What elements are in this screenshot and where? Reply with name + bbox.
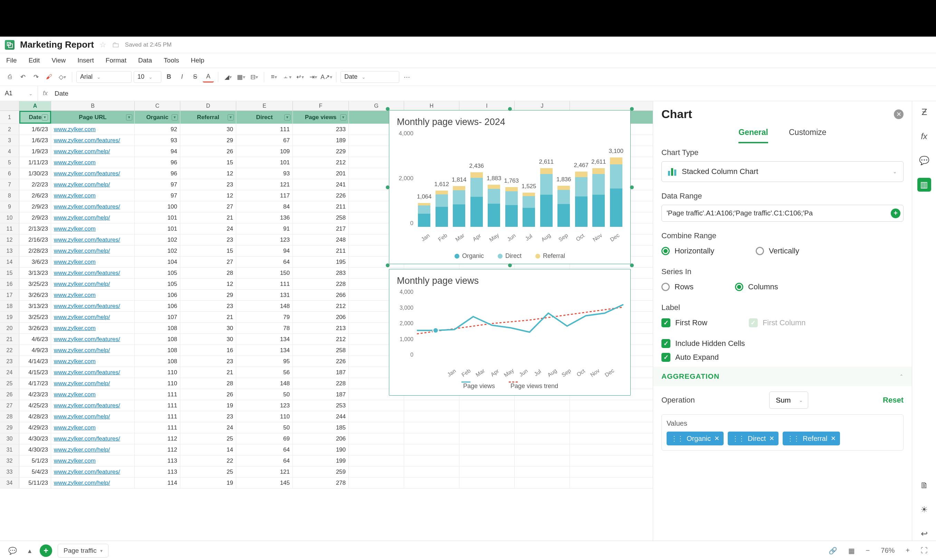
col-header-I[interactable]: I (459, 101, 515, 111)
collapse-icon[interactable]: ⌃ (899, 374, 904, 379)
check-first-row[interactable]: ✓First Row (661, 318, 707, 327)
chat-icon[interactable]: 💬 (6, 546, 20, 555)
table-row[interactable]: 345/11/23www.zylker.com/help/11419145278 (0, 477, 653, 489)
filter-icon[interactable]: ▾ (42, 114, 48, 120)
radio-vertically[interactable]: Vertically (756, 246, 799, 255)
zoom-in-button[interactable]: + (903, 546, 913, 554)
add-sheet-button[interactable]: + (40, 545, 52, 557)
filter-icon[interactable]: ▾ (340, 114, 346, 120)
zoom-level[interactable]: 76% (878, 546, 898, 554)
bold-icon[interactable]: B (163, 71, 174, 83)
col-header-F[interactable]: F (293, 101, 349, 111)
chart-line[interactable]: Monthly page views 4,0003,0002,0001,0000… (389, 269, 631, 395)
col-header-C[interactable]: C (135, 101, 180, 111)
wrap-icon[interactable]: ↵▾ (295, 71, 306, 83)
sheet-tab[interactable]: Page traffic▾ (58, 544, 108, 558)
zia-icon[interactable]: Ƶ (918, 105, 931, 119)
formula-input[interactable]: Date (52, 90, 68, 97)
col-header-J[interactable]: J (515, 101, 570, 111)
col-header-E[interactable]: E (236, 101, 293, 111)
filter-icon[interactable]: ▾ (228, 114, 234, 120)
reset-button[interactable]: Reset (883, 395, 904, 405)
halign-icon[interactable]: ≡▾ (268, 71, 279, 83)
print-icon[interactable]: ⎙ (4, 71, 15, 83)
filter-icon[interactable]: ▾ (284, 114, 291, 120)
zoom-out-button[interactable]: − (863, 546, 873, 554)
table-row[interactable]: 304/30/23www.zylker.com/features/1122569… (0, 433, 653, 445)
folder-icon[interactable]: 🗀 (112, 40, 120, 49)
radio-horizontally[interactable]: Horizontally (661, 246, 714, 255)
tab-customize[interactable]: Customize (789, 128, 827, 143)
menu-help[interactable]: Help (191, 57, 204, 64)
menu-format[interactable]: Format (106, 57, 126, 64)
tab-general[interactable]: General (739, 128, 768, 143)
header-cell[interactable]: Direct▾ (236, 111, 293, 124)
text-direction-icon[interactable]: A↗▾ (321, 71, 332, 83)
table-row[interactable]: 274/25/23www.zylker.com/features/1111912… (0, 400, 653, 411)
fill-color-icon[interactable]: ◢▾ (222, 71, 234, 83)
col-header-H[interactable]: H (404, 101, 459, 111)
chip-referral[interactable]: ⋮⋮Referral✕ (783, 432, 840, 445)
chart-stacked-column[interactable]: Monthly page views- 2024 4,0002,0000 1,0… (389, 110, 631, 264)
more-formats-icon[interactable]: ⋯ (401, 71, 413, 83)
text-color-icon[interactable]: A (203, 71, 214, 83)
col-header-D[interactable]: D (180, 101, 236, 111)
header-cell[interactable]: Page URL▾ (51, 111, 135, 124)
operation-select[interactable]: Sum⌄ (769, 392, 808, 409)
chip-direct[interactable]: ⋮⋮Direct✕ (728, 432, 779, 445)
col-header-B[interactable]: B (51, 101, 135, 111)
borders-icon[interactable]: ▦▾ (236, 71, 246, 83)
menu-insert[interactable]: Insert (77, 57, 94, 64)
remove-chip-icon[interactable]: ✕ (714, 435, 719, 442)
fx-rail-icon[interactable]: fx (918, 129, 931, 143)
spreadsheet-grid[interactable]: A B C D E F G H I J 1Date▾Page URL▾Organ… (0, 101, 653, 541)
menu-file[interactable]: File (6, 57, 17, 64)
close-panel-icon[interactable]: ✕ (894, 109, 904, 119)
check-auto-expand[interactable]: ✓Auto Expand (661, 353, 904, 362)
clear-format-icon[interactable]: ◇▾ (57, 71, 68, 83)
document-title[interactable]: Marketing Report (20, 39, 94, 50)
filter-icon[interactable]: ▾ (172, 114, 178, 120)
sheets-menu-icon[interactable]: ▴ (25, 546, 34, 555)
link-icon[interactable]: 🔗 (826, 546, 840, 555)
feedback-icon[interactable]: ↩ (918, 527, 931, 541)
col-header-A[interactable]: A (19, 101, 51, 111)
menu-edit[interactable]: Edit (29, 57, 40, 64)
cell-reference-select[interactable]: A1⌄ (0, 86, 38, 101)
header-cell[interactable]: Organic▾ (135, 111, 180, 124)
menu-data[interactable]: Data (138, 57, 152, 64)
header-cell[interactable]: Date▾ (19, 111, 51, 124)
radio-rows[interactable]: Rows (661, 282, 694, 291)
table-row[interactable]: 294/29/23www.zylker.com1112450185 (0, 422, 653, 433)
menu-view[interactable]: View (51, 57, 66, 64)
chart-type-select[interactable]: Stacked Column Chart ⌄ (661, 161, 904, 182)
header-cell[interactable]: Page views▾ (293, 111, 349, 124)
table-row[interactable]: 284/28/23www.zylker.com/help/11123110244 (0, 411, 653, 422)
chart-rail-icon[interactable]: ▥ (918, 178, 931, 192)
menu-tools[interactable]: Tools (164, 57, 179, 64)
filter-icon[interactable]: ▾ (126, 114, 132, 120)
remove-chip-icon[interactable]: ✕ (831, 435, 836, 442)
col-header-G[interactable]: G (349, 101, 404, 111)
paint-format-icon[interactable]: 🖌 (43, 71, 55, 83)
strikethrough-icon[interactable]: S (189, 71, 201, 83)
table-row[interactable]: 335/4/23www.zylker.com/features/11325121… (0, 466, 653, 477)
valign-icon[interactable]: ⫠▾ (282, 71, 292, 83)
form-icon[interactable]: 🗎 (918, 478, 931, 492)
undo-icon[interactable]: ↶ (17, 71, 28, 83)
remove-chip-icon[interactable]: ✕ (769, 435, 774, 442)
table-row[interactable]: 314/30/23www.zylker.com/help/1121464190 (0, 445, 653, 455)
brightness-icon[interactable]: ☀ (918, 503, 931, 517)
check-include-hidden[interactable]: ✓Include Hidden Cells (661, 339, 904, 348)
redo-icon[interactable]: ↷ (31, 71, 42, 83)
data-range-input[interactable]: 'Page traffic'.A1:A106;'Page traffic'.C1… (661, 205, 904, 222)
add-range-icon[interactable]: + (891, 209, 901, 218)
comments-icon[interactable]: 💬 (918, 154, 931, 168)
star-icon[interactable]: ☆ (100, 40, 106, 49)
table-row[interactable]: 325/1/23www.zylker.com1132264199 (0, 455, 653, 466)
italic-icon[interactable]: I (177, 71, 188, 83)
header-cell[interactable]: Referral▾ (180, 111, 236, 124)
fx-icon[interactable]: fx (38, 90, 52, 97)
chip-organic[interactable]: ⋮⋮Organic✕ (667, 432, 724, 445)
font-family-select[interactable]: Arial⌄ (76, 71, 132, 83)
